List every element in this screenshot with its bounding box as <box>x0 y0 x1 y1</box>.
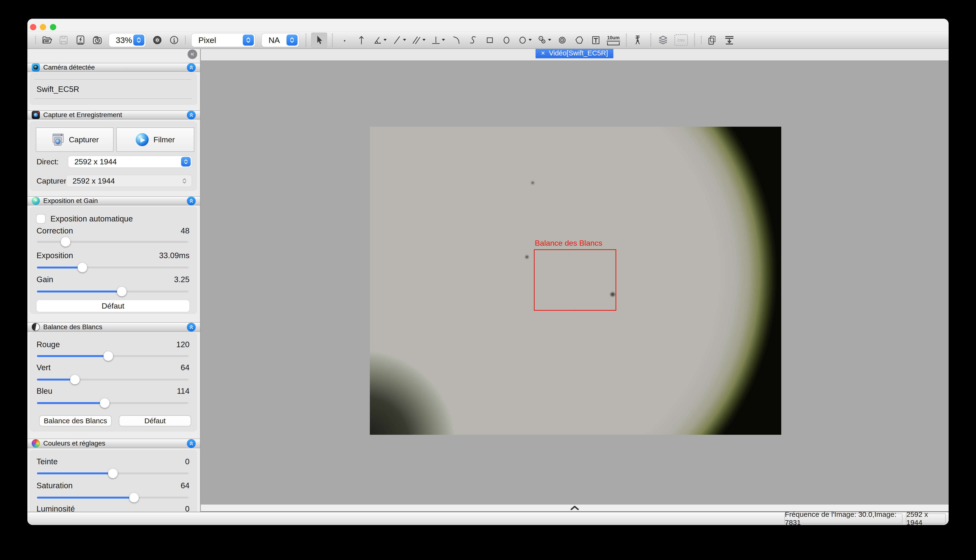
sidebar-collapse-button[interactable]: « <box>187 50 197 59</box>
saturation-slider[interactable] <box>37 497 189 498</box>
panel-header-colors[interactable]: Couleurs et réglages <box>27 438 200 448</box>
panel-header-exposure[interactable]: + Exposition et Gain <box>27 196 200 205</box>
camera-device-row[interactable]: Swift_EC5R <box>37 85 189 94</box>
slider-thumb[interactable] <box>108 468 118 478</box>
stepper-icon[interactable] <box>243 35 254 46</box>
stepper-icon[interactable] <box>286 35 297 46</box>
red-slider[interactable] <box>37 355 189 357</box>
chevron-down-icon[interactable] <box>548 38 552 43</box>
text-tool-icon[interactable] <box>590 35 602 46</box>
capture-timer-icon[interactable] <box>92 35 103 46</box>
point-tool-icon[interactable] <box>339 35 350 46</box>
gain-slider[interactable] <box>37 290 189 292</box>
stepper-icon[interactable] <box>133 35 144 46</box>
live-video-frame[interactable]: Balance des Blancs <box>370 127 781 435</box>
auto-exposure-row[interactable]: Exposition automatique <box>37 213 189 224</box>
toolbar-separator <box>626 33 627 47</box>
auto-exposure-checkbox[interactable] <box>37 215 45 223</box>
white-balance-roi[interactable] <box>534 249 616 311</box>
save-video-icon[interactable] <box>75 35 86 46</box>
green-slider[interactable] <box>37 378 189 380</box>
slider-thumb[interactable] <box>100 398 110 408</box>
white-balance-default-button[interactable]: Défaut <box>119 416 191 426</box>
white-balance-panel-body: Rouge 120 Vert 64 Bleu 114 <box>30 332 197 432</box>
video-tab[interactable]: × Vidéo[Swift_EC5R] <box>536 49 613 58</box>
correction-slider[interactable] <box>37 241 189 243</box>
collapse-panel-button[interactable] <box>187 63 196 72</box>
slider-thumb[interactable] <box>104 351 113 361</box>
capture-resolution-select: 2592 x 1944 <box>66 175 192 187</box>
arc-tool-icon[interactable] <box>451 35 461 46</box>
live-resolution-select[interactable]: 2592 x 1944 <box>68 156 192 167</box>
slider-value: 48 <box>180 226 189 235</box>
zoom-window-button[interactable] <box>50 24 56 30</box>
settings-gear-icon[interactable] <box>152 35 163 46</box>
zoom-level-select[interactable]: 33% <box>109 33 145 47</box>
close-tab-icon[interactable]: × <box>541 49 545 57</box>
stepper-icon[interactable] <box>181 157 191 167</box>
curve-tool-icon[interactable] <box>467 35 478 46</box>
copy-icon[interactable] <box>707 35 718 46</box>
app-window: 33% Pixel NA <box>27 19 949 525</box>
chevron-down-icon[interactable] <box>441 38 446 43</box>
close-window-button[interactable] <box>30 24 36 30</box>
angle-tool-group[interactable] <box>372 35 387 46</box>
slider-thumb[interactable] <box>78 263 87 272</box>
slider-thumb[interactable] <box>70 375 80 384</box>
collapse-panel-button[interactable] <box>187 111 196 120</box>
exposure-slider[interactable] <box>37 267 189 268</box>
capture-photo-icon <box>51 133 64 146</box>
slider-row: Teinte 0 <box>37 457 189 467</box>
info-icon[interactable] <box>169 35 180 46</box>
pointer-icon <box>314 35 325 46</box>
toolbar-drag-handle <box>35 36 36 44</box>
panel-title: Caméra détectée <box>43 63 187 71</box>
exposure-default-button[interactable]: Défaut <box>37 300 189 312</box>
chevron-down-icon[interactable] <box>403 38 406 43</box>
white-balance-button[interactable]: Balance des Blancs <box>40 416 111 426</box>
white-balance-roi-label: Balance des Blancs <box>535 239 602 248</box>
panel-header-camera[interactable]: Caméra détectée <box>27 63 200 72</box>
toolbar-drag-handle <box>701 36 702 44</box>
collapse-panel-button[interactable] <box>187 323 196 332</box>
slider-row: Saturation 64 <box>37 481 189 490</box>
save-icon[interactable] <box>58 35 69 46</box>
line-tool-group[interactable] <box>391 35 406 46</box>
unit-select[interactable]: Pixel <box>192 33 255 47</box>
parallel-lines-tool-group[interactable] <box>411 35 426 46</box>
objective-na-select[interactable]: NA <box>262 33 299 47</box>
polygon-tool-icon[interactable] <box>573 35 585 46</box>
export-image-icon[interactable] <box>724 35 735 46</box>
export-csv-icon[interactable]: CSV <box>674 34 688 46</box>
panel-header-white-balance[interactable]: Balance des Blancs <box>27 322 200 332</box>
minimize-window-button[interactable] <box>40 24 46 30</box>
open-folder-icon[interactable] <box>41 35 52 46</box>
collapse-panel-button[interactable] <box>187 439 196 448</box>
panel-header-capture[interactable]: Capture et Enregistrement <box>27 110 200 120</box>
scale-bar-glyph: 10um <box>607 35 620 45</box>
slider-thumb[interactable] <box>117 287 127 296</box>
capture-button[interactable]: Capturer <box>36 127 114 152</box>
ellipse-tool-icon[interactable] <box>501 35 512 46</box>
perpendicular-tool-group[interactable] <box>430 35 446 46</box>
annulus-tool-group[interactable] <box>536 35 552 46</box>
slider-label: Luminosité <box>37 504 75 512</box>
blue-slider[interactable] <box>37 402 189 404</box>
rectangle-tool-icon[interactable] <box>484 35 495 46</box>
scale-bar-tool-icon[interactable]: 10um <box>607 35 620 45</box>
chevron-down-icon[interactable] <box>422 38 426 43</box>
measurement-settings-icon[interactable] <box>633 35 644 46</box>
chevron-down-icon[interactable] <box>528 38 532 43</box>
layers-icon[interactable] <box>658 35 668 46</box>
slider-thumb[interactable] <box>129 493 139 502</box>
arrow-tool-icon[interactable] <box>356 35 367 46</box>
collapse-panel-button[interactable] <box>187 197 196 205</box>
circle-tool-group[interactable] <box>517 35 532 46</box>
pointer-tool-selected[interactable] <box>311 33 327 48</box>
record-button[interactable]: ▶ Filmer <box>116 127 194 152</box>
concentric-circles-tool-icon[interactable] <box>557 35 568 46</box>
slider-thumb[interactable] <box>61 237 70 247</box>
hue-slider[interactable] <box>37 472 189 474</box>
white-balance-icon <box>32 323 40 331</box>
chevron-down-icon[interactable] <box>383 38 387 43</box>
